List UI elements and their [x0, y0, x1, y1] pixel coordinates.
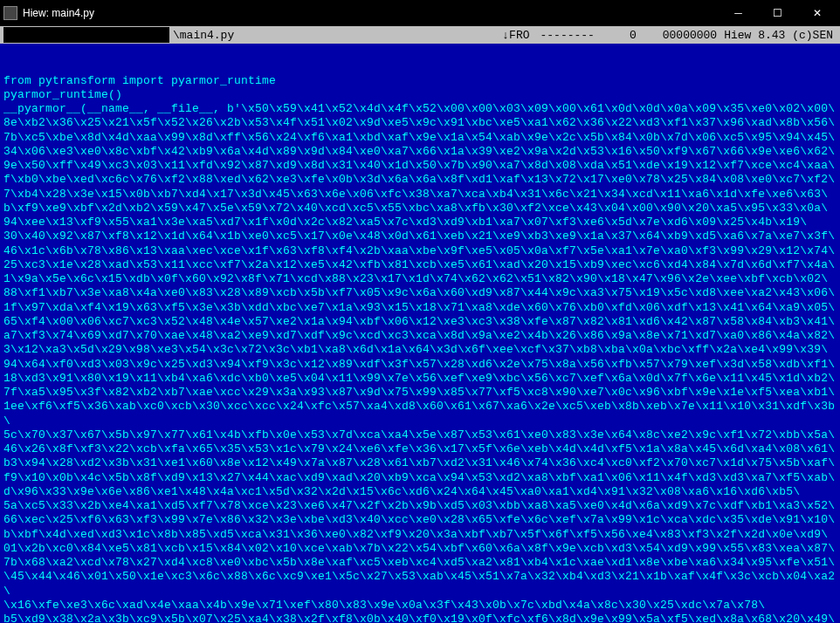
status-filename: \main4.py — [173, 29, 400, 42]
status-version: Hiew 8.43 (c)SEN — [724, 29, 833, 42]
status-dashes: -------- — [540, 29, 595, 42]
status-zero: 0 — [630, 29, 637, 42]
file-content: from pytransform import pyarmor_runtime … — [3, 74, 837, 624]
content-area: from pytransform import pyarmor_runtime … — [0, 44, 840, 623]
close-button[interactable] — [797, 1, 837, 26]
status-offset: 00000000 — [663, 29, 717, 42]
status-bar: \main4.py ↓FRO -------- 0 00000000 Hiew … — [0, 26, 840, 44]
app-icon — [3, 6, 17, 20]
minimize-button[interactable] — [719, 1, 758, 26]
window-title: Hiew: main4.py — [23, 7, 719, 19]
maximize-button[interactable] — [758, 1, 797, 26]
status-mode: ↓FRO — [502, 29, 529, 42]
status-path-prefix — [3, 27, 169, 43]
